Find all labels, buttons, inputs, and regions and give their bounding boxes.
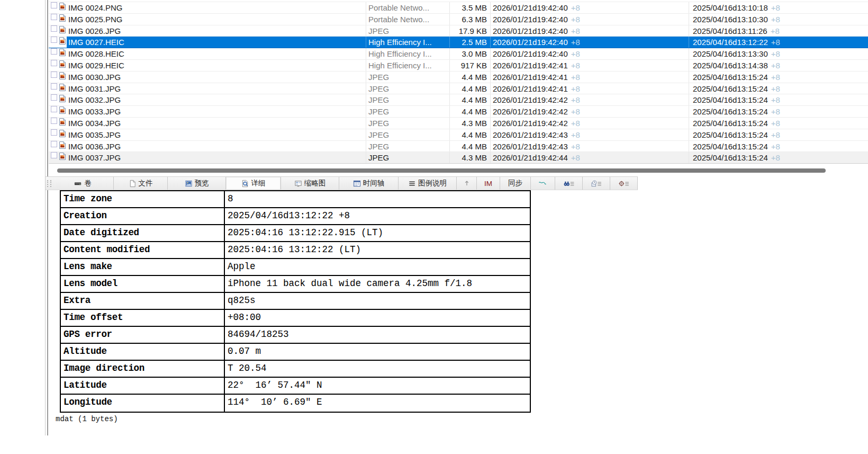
image-file-icon xyxy=(58,60,67,68)
wave-sync-button[interactable] xyxy=(531,177,555,190)
timezone-suffix: +8 xyxy=(571,73,580,82)
table-row[interactable]: IMG 0026.JPG JPEG 17.9 KB 2026/01/21d19:… xyxy=(49,25,868,37)
file-name: IMG 0025.PNG xyxy=(68,14,123,25)
file-size: 4.3 MB xyxy=(401,152,487,164)
file-name: IMG 0033.JPG xyxy=(68,106,121,118)
detail-value: 2025:04:16 13:12:22.915 (LT) xyxy=(225,225,530,241)
row-checkbox[interactable] xyxy=(51,14,57,20)
find-button[interactable] xyxy=(555,177,583,190)
row-checkbox[interactable] xyxy=(51,83,57,90)
timezone-suffix: +8 xyxy=(771,73,780,82)
column-separator xyxy=(490,2,491,13)
column-separator xyxy=(689,141,689,152)
tab-volume[interactable]: 卷 xyxy=(52,177,114,190)
row-checkbox[interactable] xyxy=(51,48,57,55)
file-created-date: 2025/04/16d13:15:24+8 xyxy=(693,106,780,118)
row-checkbox[interactable] xyxy=(51,37,57,43)
file-modified-date: 2026/01/21d19:42:41+8 xyxy=(493,83,580,95)
preview-icon xyxy=(185,180,193,188)
file-type: JPEG xyxy=(368,152,389,164)
row-checkbox[interactable] xyxy=(51,106,57,112)
up-button[interactable] xyxy=(457,177,477,190)
table-row[interactable]: IMG 0031.JPG JPEG 4.4 MB 2026/01/21d19:4… xyxy=(49,83,868,95)
file-created-date: 2025/04/16d13:15:24+8 xyxy=(693,94,780,106)
row-checkbox[interactable] xyxy=(51,25,57,32)
table-row[interactable]: IMG 0028.HEIC High Efficiency I... 3.0 M… xyxy=(49,48,868,60)
table-row[interactable]: IMG 0033.JPG JPEG 4.4 MB 2026/01/21d19:4… xyxy=(49,106,868,118)
tab-preview[interactable]: 预览 xyxy=(168,177,226,190)
file-created-date: 2025/04/16d13:11:26+8 xyxy=(693,25,780,37)
file-modified-date: 2026/01/21d19:42:41+8 xyxy=(493,72,580,83)
row-checkbox[interactable] xyxy=(51,118,57,124)
file-name: IMG 0028.HEIC xyxy=(68,48,124,60)
tab-timeline[interactable]: 时间轴 xyxy=(339,177,399,190)
timezone-suffix: +8 xyxy=(571,84,580,93)
timezone-suffix: +8 xyxy=(771,26,780,35)
image-file-icon xyxy=(58,152,67,161)
toolbar-label: 详细 xyxy=(251,179,266,188)
table-row[interactable]: IMG 0029.HEIC High Efficiency I... 917 K… xyxy=(49,60,868,72)
detail-label: Lens make xyxy=(61,259,225,275)
tab-legend[interactable]: 图例说明 xyxy=(399,177,457,190)
column-separator xyxy=(689,25,689,37)
column-separator xyxy=(366,72,366,83)
column-separator xyxy=(490,60,491,71)
toolbar-label: 缩略图 xyxy=(304,179,326,188)
row-checkbox[interactable] xyxy=(51,152,57,158)
detail-label: Longitude xyxy=(61,395,225,412)
image-file-icon xyxy=(58,118,67,126)
table-row[interactable]: IMG 0034.JPG JPEG 4.3 MB 2026/01/21d19:4… xyxy=(49,118,868,129)
tab-file[interactable]: 文件 xyxy=(114,177,168,190)
horizontal-scrollbar-thumb[interactable] xyxy=(57,168,826,173)
file-modified-date: 2026/01/21d19:42:42+8 xyxy=(493,118,580,129)
detail-row: Time zone 8 xyxy=(61,191,530,208)
detail-value: 2025/04/16d13:12:22 +8 xyxy=(225,208,530,224)
table-row[interactable]: IMG 0030.JPG JPEG 4.4 MB 2026/01/21d19:4… xyxy=(49,72,868,83)
tab-thumbnail[interactable]: 缩略图 xyxy=(281,177,339,190)
column-separator xyxy=(689,129,689,140)
target-button[interactable] xyxy=(610,177,638,190)
im-button[interactable]: IM xyxy=(477,177,500,190)
tab-detail[interactable]: 详细 xyxy=(226,177,281,190)
history-button[interactable] xyxy=(583,177,610,190)
row-checkbox[interactable] xyxy=(51,60,57,66)
table-row[interactable]: IMG 0035.JPG JPEG 4.4 MB 2026/01/21d19:4… xyxy=(49,129,868,141)
column-separator xyxy=(689,83,689,94)
exif-details-table: Time zone 8 Creation 2025/04/16d13:12:22… xyxy=(60,190,531,413)
column-separator xyxy=(366,14,366,25)
row-checkbox[interactable] xyxy=(51,2,57,8)
table-row[interactable]: IMG 0037.JPG JPEG 4.3 MB 2026/01/21d19:4… xyxy=(49,152,868,164)
row-checkbox[interactable] xyxy=(51,72,57,78)
table-row[interactable]: IMG 0024.PNG Portable Netwo... 3.5 MB 20… xyxy=(49,2,868,14)
file-size: 3.5 MB xyxy=(401,2,487,14)
file-created-date: 2025/04/16d13:12:22+8 xyxy=(693,37,780,48)
table-row[interactable]: IMG 0032.JPG JPEG 4.4 MB 2026/01/21d19:4… xyxy=(49,94,868,106)
file-size: 4.4 MB xyxy=(401,72,487,83)
table-row[interactable]: IMG 0025.PNG Portable Netwo... 6.3 MB 20… xyxy=(49,14,868,25)
timezone-suffix: +8 xyxy=(571,142,580,151)
timezone-suffix: +8 xyxy=(571,49,580,58)
file-modified-date: 2026/01/21d19:42:40+8 xyxy=(493,25,580,37)
file-name: IMG 0024.PNG xyxy=(68,2,123,14)
row-checkbox[interactable] xyxy=(51,129,57,136)
table-row[interactable]: IMG 0027.HEIC High Efficiency I... 2.5 M… xyxy=(49,37,868,48)
column-separator xyxy=(490,129,491,140)
image-file-icon xyxy=(58,72,67,80)
toolbar-drag-grip[interactable] xyxy=(46,177,52,190)
row-checkbox[interactable] xyxy=(51,94,57,101)
column-separator xyxy=(490,106,491,117)
volume-icon xyxy=(74,180,82,188)
file-created-date: 2025/04/16d13:10:30+8 xyxy=(693,14,780,25)
file-type: JPEG xyxy=(368,83,389,95)
column-separator xyxy=(490,94,491,105)
toolbar-label: 图例说明 xyxy=(418,179,447,188)
detail-value: q825s xyxy=(225,293,530,309)
detail-value: 0.07 m xyxy=(225,344,530,360)
table-row[interactable]: IMG 0036.JPG JPEG 4.4 MB 2026/01/21d19:4… xyxy=(49,141,868,153)
sync-button[interactable]: 同步 xyxy=(500,177,531,190)
file-name: IMG 0029.HEIC xyxy=(68,60,124,72)
column-separator xyxy=(490,25,491,37)
row-checkbox[interactable] xyxy=(51,141,57,147)
image-file-icon xyxy=(58,14,67,22)
file-modified-date: 2026/01/21d19:42:43+8 xyxy=(493,129,580,141)
